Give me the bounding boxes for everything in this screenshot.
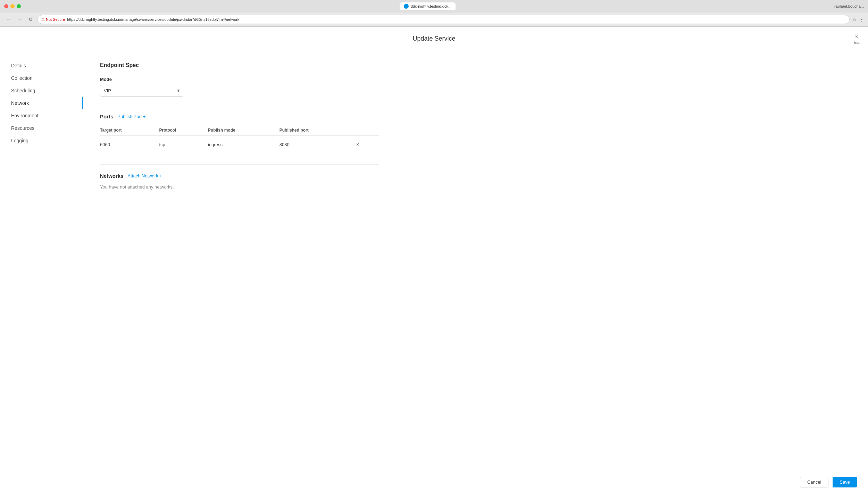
cell-target-port: 6060 xyxy=(100,136,159,153)
sidebar-item-scheduling[interactable]: Scheduling xyxy=(0,84,83,97)
ports-table-body: 6060 tcp ingress 8080 × xyxy=(100,136,379,153)
warning-icon: ⚠ xyxy=(41,17,45,22)
divider-1 xyxy=(100,105,379,105)
browser-chrome: ddc-nightly.testing.dck... raphael.bouch… xyxy=(0,0,868,27)
sidebar-item-collection[interactable]: Collection xyxy=(0,72,83,84)
mode-select[interactable]: VIP DNSRR xyxy=(100,85,183,97)
close-window-btn[interactable] xyxy=(4,4,8,8)
fullscreen-window-btn[interactable] xyxy=(17,4,21,8)
sidebar-item-logging[interactable]: Logging xyxy=(0,134,83,147)
sidebar-item-details[interactable]: Details xyxy=(0,59,83,72)
networks-title: Networks xyxy=(100,173,124,179)
col-header-target-port: Target port xyxy=(100,125,159,136)
sidebar-item-environment-label: Environment xyxy=(11,113,39,118)
ports-table: Target port Protocol Publish mode Publis… xyxy=(100,125,379,153)
mode-select-wrapper: VIP DNSRR ▼ xyxy=(100,85,183,97)
col-header-actions xyxy=(355,125,379,136)
attach-network-btn[interactable]: Attach Network + xyxy=(128,173,162,178)
publish-port-btn[interactable]: Publish Port + xyxy=(117,114,145,119)
networks-section-header: Networks Attach Network + xyxy=(100,173,379,179)
page-content: Update Service × Esc Details Collection … xyxy=(0,27,868,488)
refresh-btn[interactable]: ↻ xyxy=(26,15,35,24)
delete-row-btn[interactable]: × xyxy=(355,140,360,149)
sidebar-item-resources[interactable]: Resources xyxy=(0,122,83,134)
ports-table-header: Target port Protocol Publish mode Publis… xyxy=(100,125,379,136)
minimize-window-btn[interactable] xyxy=(10,4,15,8)
address-bar[interactable]: ⚠ Not Secure https://ddc-nightly.testing… xyxy=(37,15,850,24)
close-icon: × xyxy=(855,33,858,40)
divider-2 xyxy=(100,164,379,165)
sidebar-item-logging-label: Logging xyxy=(11,138,28,143)
mode-label: Mode xyxy=(100,77,379,82)
cell-published-port: 8080 xyxy=(279,136,355,153)
user-label: raphael.boucha... xyxy=(834,4,864,8)
close-dialog-btn[interactable]: × Esc xyxy=(854,33,860,44)
col-header-publish-mode: Publish mode xyxy=(208,125,279,136)
browser-tab[interactable]: ddc-nightly.testing.dck... xyxy=(400,2,456,10)
sidebar-item-collection-label: Collection xyxy=(11,75,32,81)
tab-title: ddc-nightly.testing.dck... xyxy=(411,4,451,8)
cell-publish-mode: ingress xyxy=(208,136,279,153)
col-header-published-port: Published port xyxy=(279,125,355,136)
back-btn[interactable]: ← xyxy=(4,15,12,24)
cell-delete-action: × xyxy=(355,136,379,153)
not-secure-indicator: ⚠ Not Secure xyxy=(41,17,65,22)
forward-btn[interactable]: → xyxy=(15,15,24,24)
sidebar-item-details-label: Details xyxy=(11,63,26,68)
ports-title: Ports xyxy=(100,114,113,119)
endpoint-spec-title: Endpoint Spec xyxy=(100,62,379,68)
url-display: https://ddc-nightly.testing.dckr.io/mana… xyxy=(67,17,239,22)
main-layout: Details Collection Scheduling Network En… xyxy=(0,51,868,488)
cell-protocol: tcp xyxy=(159,136,208,153)
tab-favicon xyxy=(404,4,409,9)
browser-toolbar-icons: ☆ ⋮ xyxy=(852,17,864,22)
cancel-button[interactable]: Cancel xyxy=(800,477,828,487)
page-title: Update Service xyxy=(8,35,860,42)
content-area: Endpoint Spec Mode VIP DNSRR ▼ Ports Pub… xyxy=(83,51,396,488)
sidebar-item-environment[interactable]: Environment xyxy=(0,109,83,122)
window-controls xyxy=(4,4,21,8)
sidebar-item-network-label: Network xyxy=(11,100,29,106)
sidebar-item-resources-label: Resources xyxy=(11,125,34,131)
save-button[interactable]: Save xyxy=(833,477,857,487)
star-icon[interactable]: ☆ xyxy=(852,17,857,22)
page-footer: Cancel Save xyxy=(0,471,868,488)
sidebar: Details Collection Scheduling Network En… xyxy=(0,51,83,488)
mode-group: Mode VIP DNSRR ▼ xyxy=(100,77,379,97)
table-row: 6060 tcp ingress 8080 × xyxy=(100,136,379,153)
ports-section-header: Ports Publish Port + xyxy=(100,114,379,119)
no-networks-message: You have not attached any networks. xyxy=(100,184,379,190)
sidebar-item-scheduling-label: Scheduling xyxy=(11,88,35,93)
not-secure-label: Not Secure xyxy=(46,17,65,22)
browser-titlebar: ddc-nightly.testing.dck... raphael.bouch… xyxy=(0,0,868,12)
sidebar-item-network[interactable]: Network xyxy=(0,97,83,109)
browser-toolbar: ← → ↻ ⚠ Not Secure https://ddc-nightly.t… xyxy=(0,12,868,26)
col-header-protocol: Protocol xyxy=(159,125,208,136)
page-header: Update Service × Esc xyxy=(0,27,868,51)
menu-icon[interactable]: ⋮ xyxy=(859,17,864,22)
esc-label: Esc xyxy=(854,40,860,44)
